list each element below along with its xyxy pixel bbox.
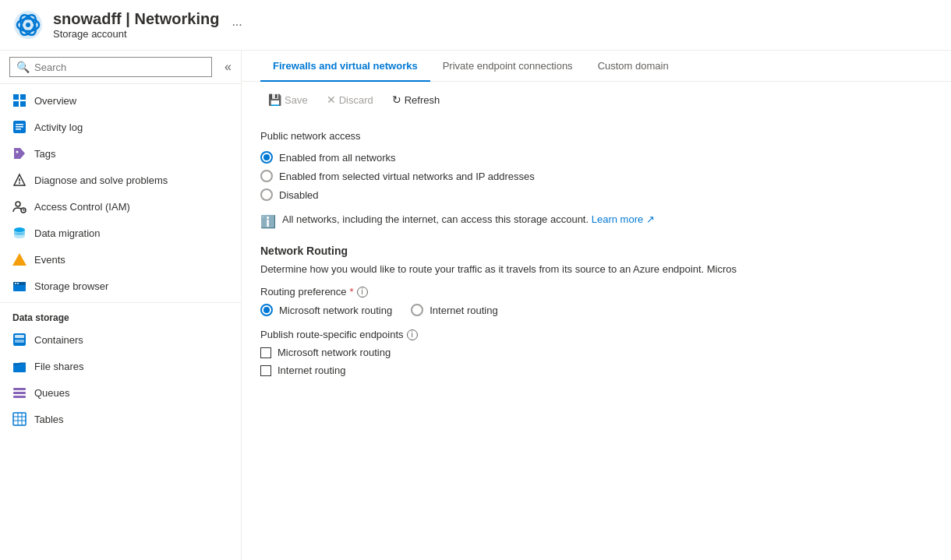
external-link-icon: ↗: [646, 213, 655, 225]
svg-rect-27: [15, 340, 24, 343]
radio-disabled-label: Disabled: [279, 189, 319, 201]
sidebar-item-queues-label: Queues: [34, 387, 70, 399]
publish-endpoints-label: Publish route-specific endpoints i: [260, 329, 932, 340]
svg-rect-32: [13, 413, 26, 425]
search-input-wrap[interactable]: 🔍: [9, 57, 212, 77]
radio-microsoft-routing-label: Microsoft network routing: [279, 305, 392, 316]
sidebar-item-access-control[interactable]: Access Control (IAM): [0, 193, 241, 220]
sidebar-item-queues[interactable]: Queues: [0, 379, 241, 406]
sidebar-item-data-migration[interactable]: Data migration: [0, 220, 241, 246]
sidebar-item-tables-label: Tables: [34, 414, 64, 425]
info-box: ℹ️ All networks, including the internet,…: [260, 213, 932, 229]
more-options-button[interactable]: ···: [232, 18, 242, 32]
page-header: snowadff | Networking Storage account ··…: [0, 0, 951, 51]
radio-disabled-indicator: [260, 188, 273, 201]
svg-rect-10: [16, 124, 23, 125]
tab-firewalls[interactable]: Firewalls and virtual networks: [260, 51, 430, 81]
checkbox-internet-routing-box[interactable]: [260, 365, 271, 376]
events-icon: [12, 252, 27, 266]
radio-microsoft-routing-indicator: [260, 304, 273, 316]
collapse-sidebar-button[interactable]: «: [224, 60, 232, 74]
checkbox-ms-routing[interactable]: Microsoft network routing: [260, 347, 932, 358]
header-title-block: snowadff | Networking Storage account: [53, 10, 219, 40]
sidebar-item-storage-browser[interactable]: Storage browser: [0, 273, 241, 299]
discard-button[interactable]: ✕ Discard: [319, 90, 381, 110]
sidebar-item-events-label: Events: [34, 254, 65, 266]
refresh-icon: ↻: [392, 93, 401, 106]
sidebar-item-events[interactable]: Events: [0, 246, 241, 273]
page-title: snowadff | Networking: [53, 10, 219, 28]
routing-preference-info-icon[interactable]: i: [357, 287, 368, 298]
sidebar-item-tags[interactable]: Tags: [0, 140, 241, 167]
svg-rect-5: [13, 94, 19, 100]
sidebar-item-overview[interactable]: Overview: [0, 87, 241, 114]
diagnose-icon: [12, 173, 27, 187]
file-shares-icon: [12, 359, 27, 373]
tables-icon: [12, 412, 27, 426]
public-network-section-title: Public network access: [260, 130, 932, 142]
tab-private-endpoints[interactable]: Private endpoint connections: [430, 51, 585, 81]
sidebar-search-area: 🔍 «: [0, 51, 241, 84]
search-input[interactable]: [34, 62, 205, 73]
checkbox-ms-routing-label: Microsoft network routing: [278, 347, 391, 358]
radio-internet-routing-indicator: [411, 304, 423, 316]
svg-rect-26: [15, 335, 24, 338]
learn-more-link[interactable]: Learn more ↗: [592, 213, 655, 225]
queues-icon: [12, 386, 27, 400]
svg-rect-12: [16, 129, 21, 130]
svg-point-24: [17, 283, 19, 284]
discard-icon: ✕: [327, 93, 336, 106]
svg-marker-20: [12, 253, 27, 266]
sidebar-item-containers[interactable]: Containers: [0, 326, 241, 353]
info-icon: ℹ️: [260, 214, 276, 229]
network-routing-section: Network Routing Determine how you would …: [260, 245, 932, 376]
sidebar-item-file-shares-label: File shares: [34, 361, 84, 372]
sidebar-item-activity-log-label: Activity log: [34, 122, 83, 133]
header-subtitle: Storage account: [53, 28, 219, 40]
save-button[interactable]: 💾 Save: [260, 90, 316, 110]
radio-microsoft-routing[interactable]: Microsoft network routing: [260, 304, 392, 316]
tab-bar: Firewalls and virtual networks Private e…: [242, 51, 951, 82]
svg-rect-8: [20, 101, 26, 107]
sidebar-item-file-shares[interactable]: File shares: [0, 353, 241, 379]
radio-all-networks[interactable]: Enabled from all networks: [260, 151, 932, 164]
svg-point-17: [16, 202, 20, 206]
radio-disabled[interactable]: Disabled: [260, 188, 932, 201]
data-storage-section-header: Data storage: [0, 302, 241, 326]
required-marker: *: [350, 286, 354, 298]
sidebar-item-diagnose[interactable]: Diagnose and solve problems: [0, 167, 241, 193]
sidebar-item-tables[interactable]: Tables: [0, 406, 241, 432]
info-text: All networks, including the internet, ca…: [282, 213, 655, 225]
sidebar-item-containers-label: Containers: [34, 334, 83, 346]
radio-selected-networks[interactable]: Enabled from selected virtual networks a…: [260, 170, 932, 182]
sidebar: 🔍 « Overview Activity log: [0, 51, 242, 560]
radio-selected-networks-label: Enabled from selected virtual networks a…: [279, 171, 535, 182]
resource-icon: [12, 9, 44, 41]
svg-rect-31: [13, 396, 26, 398]
routing-preference-radio-group: Microsoft network routing Internet routi…: [260, 304, 932, 316]
sidebar-item-activity-log[interactable]: Activity log: [0, 114, 241, 140]
refresh-button[interactable]: ↻ Refresh: [384, 90, 448, 110]
checkbox-internet-routing[interactable]: Internet routing: [260, 365, 932, 376]
sidebar-item-overview-label: Overview: [34, 95, 76, 107]
save-icon: 💾: [268, 93, 281, 106]
toolbar: 💾 Save ✕ Discard ↻ Refresh: [242, 82, 951, 118]
svg-point-23: [15, 283, 16, 284]
search-icon: 🔍: [16, 61, 30, 73]
sidebar-item-data-migration-label: Data migration: [34, 227, 101, 239]
radio-internet-routing-label: Internet routing: [430, 305, 497, 316]
svg-rect-30: [13, 392, 26, 394]
overview-icon: [12, 93, 27, 107]
radio-internet-routing[interactable]: Internet routing: [411, 304, 497, 316]
radio-selected-networks-indicator: [260, 170, 273, 182]
svg-rect-29: [13, 388, 26, 390]
network-routing-title: Network Routing: [260, 245, 932, 257]
svg-marker-13: [14, 148, 25, 159]
content-body: Public network access Enabled from all n…: [242, 118, 951, 389]
svg-point-16: [19, 182, 20, 184]
tab-custom-domain[interactable]: Custom domain: [585, 51, 681, 81]
data-migration-icon: [12, 226, 27, 240]
checkbox-ms-routing-box[interactable]: [260, 347, 271, 358]
publish-endpoints-info-icon[interactable]: i: [407, 329, 418, 340]
storage-browser-icon: [12, 279, 27, 293]
